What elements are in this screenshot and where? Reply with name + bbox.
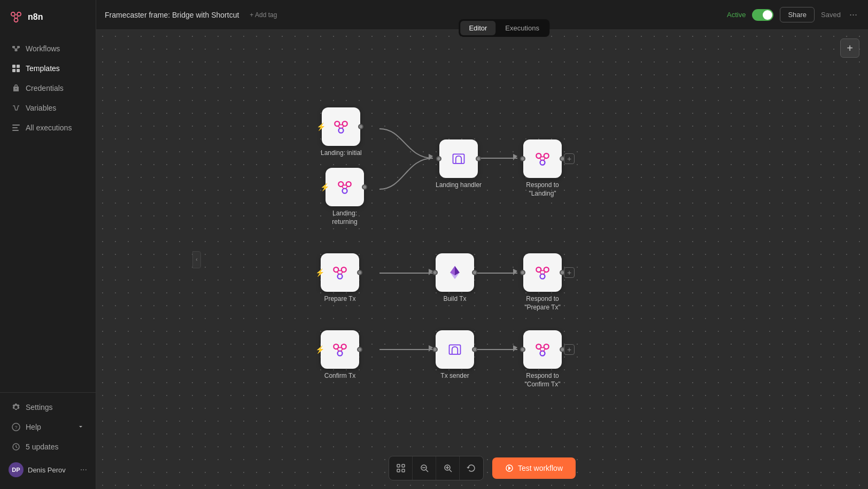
user-menu-button[interactable]: ··· <box>80 465 87 475</box>
trigger-icon: ⚡ <box>320 183 329 191</box>
svg-line-43 <box>342 186 344 189</box>
fit-view-button[interactable] <box>389 456 413 480</box>
node-tx-sender[interactable]: Tx sender <box>436 330 474 381</box>
svg-marker-28 <box>513 269 517 275</box>
active-toggle[interactable] <box>752 9 773 21</box>
sidebar-item-settings[interactable]: Settings <box>3 398 92 417</box>
svg-point-40 <box>346 182 351 187</box>
node-respond-landing[interactable]: + Respond to "Landing" <box>518 139 567 198</box>
svg-line-51 <box>544 158 546 160</box>
node-input-dot <box>436 156 441 161</box>
svg-rect-15 <box>17 69 20 72</box>
toggle-knob <box>763 10 772 20</box>
node-input-dot <box>432 270 438 275</box>
svg-point-77 <box>540 351 545 356</box>
sidebar-item-workflows[interactable]: Workflows <box>3 39 92 58</box>
share-button[interactable]: Share <box>780 7 815 22</box>
collapse-sidebar-button[interactable]: ‹ <box>192 251 201 268</box>
svg-rect-18 <box>12 130 19 131</box>
app-logo[interactable]: n8n <box>0 0 96 34</box>
sidebar-item-updates-label: 5 updates <box>26 443 59 451</box>
add-connection-button[interactable]: + <box>564 344 575 355</box>
svg-rect-81 <box>397 464 399 467</box>
node-card[interactable] <box>439 139 478 178</box>
sidebar-bottom: Settings ? Help 5 updates DP Denis Perov… <box>0 392 96 489</box>
svg-point-76 <box>544 344 549 349</box>
node-card[interactable]: + <box>523 139 562 178</box>
tab-executions[interactable]: Executions <box>497 21 548 35</box>
sidebar-item-templates[interactable]: Templates <box>3 59 92 78</box>
svg-line-56 <box>337 271 339 274</box>
node-output-dot <box>357 347 362 352</box>
sidebar-item-all-executions[interactable]: All executions <box>3 118 92 137</box>
node-label: Respond to "Prepare Tx" <box>518 295 567 312</box>
svg-point-69 <box>342 344 346 349</box>
sidebar-item-help[interactable]: ? Help <box>3 417 92 437</box>
node-confirm-tx[interactable]: ⚡ Confirm Tx <box>321 330 359 381</box>
node-label: Respond to "Landing" <box>518 181 567 198</box>
trigger-icon: ⚡ <box>315 268 324 277</box>
sidebar-item-updates[interactable]: 5 updates <box>3 437 92 456</box>
node-card[interactable] <box>436 253 474 292</box>
canvas-area[interactable]: + ‹ <box>96 30 868 489</box>
tab-editor[interactable]: Editor <box>460 21 495 35</box>
node-label: Respond to "Confirm Tx" <box>518 372 567 389</box>
reset-view-button[interactable] <box>460 456 483 480</box>
node-card[interactable]: ⚡ <box>321 253 359 292</box>
node-output-dot <box>357 270 362 275</box>
node-input-dot <box>520 156 525 161</box>
svg-point-41 <box>343 189 347 193</box>
sidebar-item-variables[interactable]: Variables <box>3 98 92 118</box>
svg-point-52 <box>334 267 338 272</box>
more-options-button[interactable]: ··· <box>847 7 859 22</box>
add-node-button[interactable]: + <box>840 38 859 58</box>
svg-marker-29 <box>513 345 517 352</box>
node-card[interactable]: ⚡ <box>321 330 359 369</box>
svg-rect-13 <box>17 65 20 68</box>
sidebar-item-workflows-label: Workflows <box>26 44 60 53</box>
avatar: DP <box>9 462 24 477</box>
node-card[interactable]: ⚡ <box>322 107 360 146</box>
svg-point-75 <box>536 344 541 349</box>
sidebar-item-credentials[interactable]: Credentials <box>3 79 92 98</box>
sidebar-item-help-label: Help <box>26 423 41 431</box>
main-area: Framecaster frame: Bridge with Shortcut … <box>96 0 868 489</box>
sidebar-nav: Workflows Templates Credentials Variable… <box>0 34 96 392</box>
zoom-in-button[interactable] <box>436 456 460 480</box>
svg-point-1 <box>17 12 21 16</box>
test-workflow-button[interactable]: Test workflow <box>492 457 576 479</box>
node-card[interactable]: + <box>523 253 562 292</box>
node-build-tx[interactable]: Build Tx <box>436 253 474 304</box>
zoom-out-button[interactable] <box>413 456 436 480</box>
node-prepare-tx[interactable]: ⚡ Prepare Tx <box>321 253 359 304</box>
node-landing-initial[interactable]: ⚡ Landing: initial <box>321 107 362 158</box>
svg-line-79 <box>540 348 542 351</box>
header-right: Active Share Saved ··· <box>727 7 859 22</box>
svg-point-70 <box>338 351 343 356</box>
svg-line-67 <box>544 271 546 274</box>
node-output-dot <box>476 156 481 161</box>
node-landing-handler[interactable]: Landing handler <box>436 139 482 190</box>
header: Framecaster frame: Bridge with Shortcut … <box>96 0 868 30</box>
svg-line-66 <box>540 271 542 274</box>
node-card[interactable] <box>436 330 474 369</box>
svg-line-44 <box>346 186 348 189</box>
toolbar-zoom-group <box>389 456 484 480</box>
node-label: Landing: returning <box>321 209 369 226</box>
svg-line-5 <box>17 15 18 19</box>
node-landing-returning[interactable]: ⚡ Landing: returning <box>321 168 369 226</box>
node-card[interactable]: ⚡ <box>326 168 364 206</box>
svg-line-80 <box>544 348 546 351</box>
node-output-dot <box>472 347 477 352</box>
svg-rect-7 <box>17 46 20 48</box>
svg-line-50 <box>540 158 542 160</box>
node-respond-confirm[interactable]: + Respond to "Confirm Tx" <box>518 330 567 389</box>
add-tag-button[interactable]: + Add tag <box>245 9 281 21</box>
svg-line-87 <box>425 470 428 472</box>
connections-svg <box>96 30 868 489</box>
add-connection-button[interactable]: + <box>564 153 575 164</box>
node-label: Confirm Tx <box>324 372 355 381</box>
node-respond-prepare[interactable]: + Respond to "Prepare Tx" <box>518 253 567 312</box>
add-connection-button[interactable]: + <box>564 267 575 278</box>
node-card[interactable]: + <box>523 330 562 369</box>
